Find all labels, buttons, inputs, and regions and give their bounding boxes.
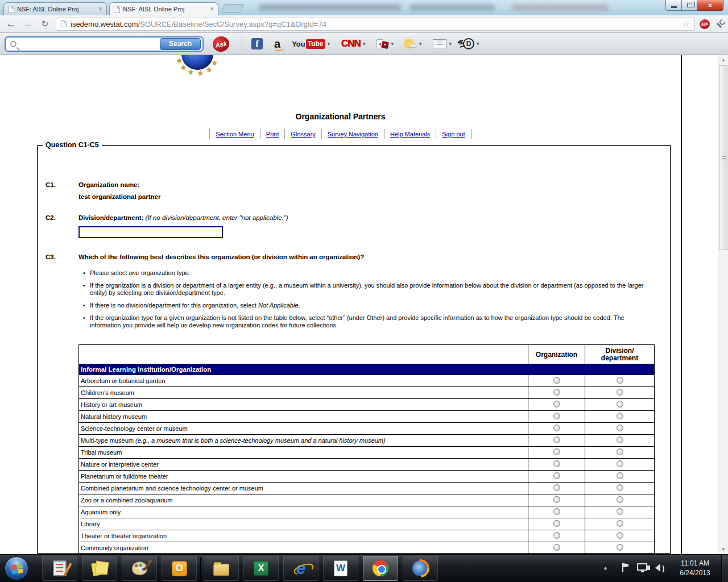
dropdown-caret-icon[interactable]: ▾	[391, 41, 394, 47]
ask-extension-icon[interactable]: Ask	[699, 18, 711, 30]
bullet-icon: •	[83, 302, 90, 309]
taskbar-ie-button[interactable]: e	[283, 556, 318, 581]
amazon-icon[interactable]: a	[274, 39, 280, 49]
nsf-logo-star-icon: ★	[180, 63, 187, 71]
tab-title: NSF: AISL Online Proj	[123, 6, 207, 13]
facebook-icon[interactable]: f	[251, 38, 263, 49]
new-tab-button[interactable]	[221, 4, 244, 13]
scroll-up-icon[interactable]: ▲	[718, 55, 728, 65]
radio-division[interactable]	[617, 401, 623, 408]
dropdown-caret-icon[interactable]: ▾	[328, 41, 330, 47]
nav-link-sign-out[interactable]: Sign out	[436, 129, 471, 139]
action-center-flag-icon[interactable]	[621, 563, 629, 573]
toolbar-search-button[interactable]: Search	[160, 38, 201, 50]
taskbar-journal-button[interactable]	[42, 556, 77, 581]
nav-link-print[interactable]: Print	[260, 129, 286, 139]
dropdown-caret-icon[interactable]: ▾	[363, 41, 366, 47]
address-bar[interactable]: isedemo.westat.com/SOURCE/Baseline/SecC/…	[56, 18, 695, 31]
radio-organization[interactable]	[553, 448, 560, 455]
youtube-shortcut[interactable]: YouTube ▾	[292, 39, 330, 49]
tray-expand-icon[interactable]: ▲	[603, 565, 608, 571]
radio-organization[interactable]	[553, 425, 560, 431]
division-department-input[interactable]	[78, 226, 223, 238]
taskbar-clock[interactable]: 11:01 AM 6/24/2013	[671, 559, 719, 578]
cnn-shortcut[interactable]: CNN ▾	[341, 38, 365, 49]
radio-division[interactable]	[617, 436, 623, 443]
q3-instructions: • Please select one organization type. •…	[83, 269, 654, 334]
reload-button[interactable]: ↻	[39, 18, 51, 30]
browser-tab-2-active[interactable]: NSF: AISL Online Proj ×	[109, 2, 218, 15]
scrollbar[interactable]: ▲ ▼	[718, 55, 728, 554]
taskbar-firefox-button[interactable]	[403, 556, 438, 581]
radio-division[interactable]	[617, 508, 623, 515]
taskbar-word-button[interactable]: W	[323, 556, 358, 581]
radio-division[interactable]	[617, 413, 623, 419]
radio-division[interactable]	[617, 425, 623, 431]
toolbar-search-input[interactable]	[16, 38, 160, 49]
network-icon[interactable]	[637, 563, 647, 571]
radio-organization[interactable]	[553, 460, 560, 467]
taskbar-sticky-notes-button[interactable]	[82, 556, 117, 581]
mail-shortcut[interactable]: ▾	[433, 39, 452, 48]
radio-organization[interactable]	[553, 508, 560, 515]
radio-organization[interactable]	[553, 544, 560, 551]
toolbar-search-box[interactable]: Search	[5, 36, 204, 52]
close-button[interactable]: ×	[697, 0, 723, 11]
amazon-shortcut[interactable]: a	[274, 39, 280, 49]
radio-organization[interactable]	[553, 496, 560, 503]
taskbar-outlook-button[interactable]: O	[162, 556, 197, 581]
cloud-icon	[409, 44, 417, 48]
radio-division[interactable]	[617, 532, 623, 539]
start-button[interactable]	[5, 556, 28, 580]
radio-division[interactable]	[617, 448, 623, 455]
d-speed-shortcut[interactable]: D ▾	[463, 38, 479, 49]
scroll-down-icon[interactable]: ▼	[718, 544, 728, 554]
dropdown-caret-icon[interactable]: ▾	[477, 41, 479, 47]
radio-organization[interactable]	[553, 520, 560, 527]
radio-organization[interactable]	[553, 389, 560, 396]
radio-division[interactable]	[617, 544, 623, 551]
radio-division[interactable]	[617, 377, 623, 384]
nav-link-help-materials[interactable]: Help Materials	[384, 129, 436, 139]
wrench-menu-icon[interactable]	[714, 19, 723, 28]
back-button[interactable]: ←	[5, 18, 17, 30]
tab-close-icon[interactable]: ×	[98, 6, 102, 12]
taskbar-explorer-button[interactable]	[204, 556, 239, 581]
taskbar-excel-button[interactable]: X	[243, 556, 279, 581]
radio-division[interactable]	[617, 389, 623, 396]
facebook-shortcut[interactable]: f	[251, 38, 263, 49]
dropdown-caret-icon[interactable]: ▾	[419, 41, 422, 47]
radio-division[interactable]	[617, 496, 623, 503]
radio-organization[interactable]	[553, 401, 560, 408]
radio-division[interactable]	[617, 460, 623, 467]
dropdown-caret-icon[interactable]: ▾	[449, 41, 452, 47]
taskbar-paint-button[interactable]	[122, 556, 157, 581]
browser-tab-1[interactable]: NSF: AISL Online Proj ×	[3, 2, 107, 15]
taskbar-chrome-button-active[interactable]	[363, 556, 398, 581]
scrollbar-thumb[interactable]	[719, 65, 727, 250]
radio-division[interactable]	[617, 520, 623, 527]
minimize-button[interactable]	[665, 0, 682, 11]
restore-button[interactable]	[682, 0, 697, 11]
nav-link-survey-navigation[interactable]: Survey Navigation	[322, 129, 384, 139]
show-desktop-button[interactable]	[721, 555, 728, 582]
radio-organization[interactable]	[553, 472, 560, 479]
radio-organization[interactable]	[553, 484, 560, 491]
radio-division[interactable]	[617, 484, 623, 491]
games-shortcut[interactable]: ♦ ▾	[377, 39, 394, 48]
radio-organization[interactable]	[553, 413, 560, 419]
radio-organization[interactable]	[553, 436, 560, 443]
tab-close-icon[interactable]: ×	[210, 6, 214, 12]
url-path: /SOURCE/Baseline/SecC/Survey.aspx?q=qC1&…	[138, 20, 326, 28]
radio-organization[interactable]	[553, 377, 560, 384]
radio-division[interactable]	[617, 472, 623, 479]
volume-icon[interactable]	[655, 564, 660, 572]
bookmark-star-icon[interactable]: ☆	[682, 19, 690, 29]
nav-link-glossary[interactable]: Glossary	[285, 129, 321, 139]
radio-organization[interactable]	[553, 532, 560, 539]
forward-button[interactable]: →	[22, 18, 34, 30]
ask-logo-icon[interactable]: Ask	[212, 35, 230, 53]
paint-icon	[132, 562, 147, 575]
nav-link-section-menu[interactable]: Section Menu	[209, 129, 260, 139]
weather-shortcut[interactable]: ▾	[405, 40, 422, 48]
